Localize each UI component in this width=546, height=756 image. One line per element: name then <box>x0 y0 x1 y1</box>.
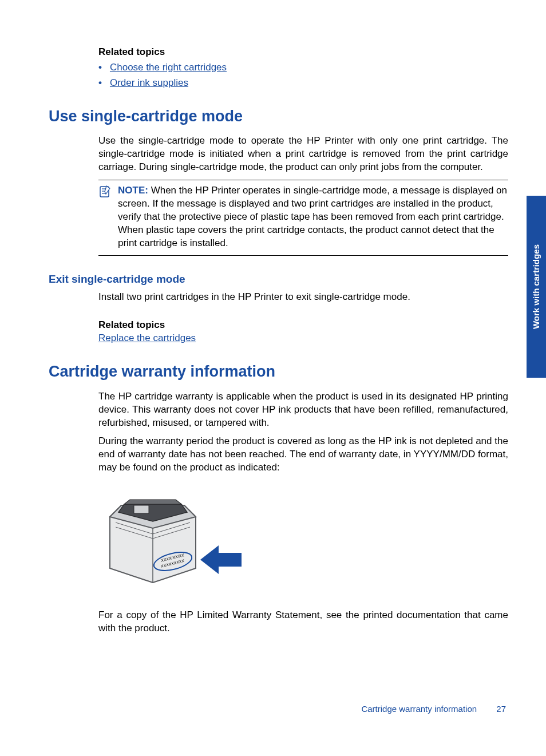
note-label: NOTE: <box>118 185 148 196</box>
body-text: Use the single-cartridge mode to operate… <box>98 134 508 174</box>
heading-exit-single-cartridge: Exit single-cartridge mode <box>49 272 508 287</box>
body-text: Install two print cartridges in the HP P… <box>98 291 508 304</box>
svg-rect-11 <box>134 505 149 513</box>
side-tab-label: Work with cartridges <box>531 244 542 329</box>
note-text: NOTE: When the HP Printer operates in si… <box>118 184 508 250</box>
body-text: For a copy of the HP Limited Warranty St… <box>98 609 508 635</box>
related-topics-heading-2: Related topics <box>98 319 508 332</box>
note-block: NOTE: When the HP Printer operates in si… <box>98 180 508 256</box>
footer-title: Cartridge warranty information <box>361 704 477 714</box>
bullet-icon: • <box>98 61 102 74</box>
link-replace-cartridges[interactable]: Replace the cartridges <box>98 333 196 343</box>
body-text: The HP cartridge warranty is applicable … <box>98 390 508 430</box>
side-tab: Work with cartridges <box>527 196 546 378</box>
heading-single-cartridge-mode: Use single-cartridge mode <box>49 106 508 126</box>
cartridge-figure: XXXX/XX/XX XXXXXXXXX <box>98 482 508 595</box>
note-icon <box>98 185 112 250</box>
page-number: 27 <box>496 704 506 714</box>
body-text: During the warranty period the product i… <box>98 435 508 474</box>
svg-marker-13 <box>200 545 242 574</box>
note-body: When the HP Printer operates in single-c… <box>118 185 507 248</box>
link-order-ink[interactable]: Order ink supplies <box>110 77 188 90</box>
heading-warranty-info: Cartridge warranty information <box>49 361 508 382</box>
link-choose-cartridges[interactable]: Choose the right cartridges <box>110 61 227 74</box>
bullet-icon: • <box>98 77 102 90</box>
related-topics-heading-1: Related topics <box>98 46 508 59</box>
page-footer: Cartridge warranty information 27 <box>361 703 506 715</box>
svg-marker-10 <box>124 500 181 504</box>
